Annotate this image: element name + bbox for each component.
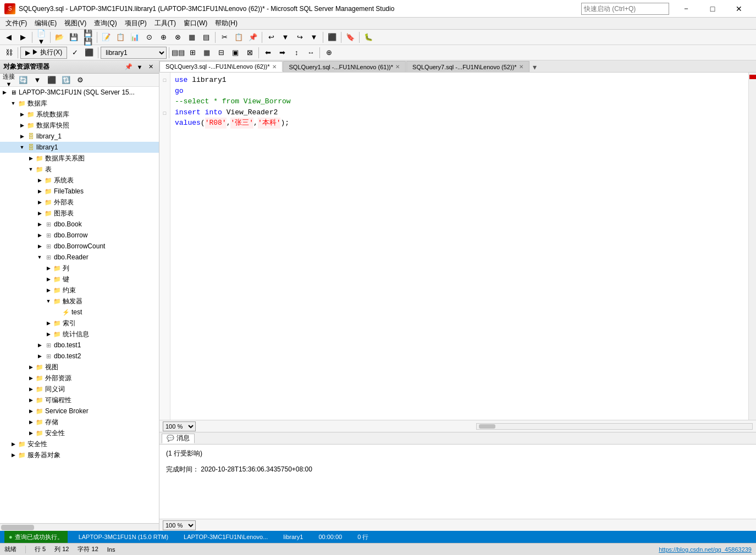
query-settings-btn6[interactable]: ⊠: [243, 47, 256, 59]
query-settings-btn4[interactable]: ⊟: [214, 47, 228, 59]
nav-back-button[interactable]: ◀: [2, 31, 15, 43]
toolbar-btn4[interactable]: ⊙: [142, 31, 156, 43]
panel-close-button[interactable]: ✕: [146, 62, 156, 72]
tree-hscrollbar[interactable]: [0, 523, 159, 531]
tab-sqlquery7[interactable]: SQLQuery7.sql -...FU1N\Lenovo (52))* ✕: [406, 61, 529, 72]
tree-item-server[interactable]: ▶ 🖥 LAPTOP-3MC1FU1N (SQL Server 15...: [0, 87, 159, 98]
nav-forward-button[interactable]: ▶: [16, 31, 30, 43]
extra-btn1[interactable]: ⊕: [322, 47, 335, 59]
tree-item-graph-tables[interactable]: ▶ 📁 图形表: [0, 208, 159, 219]
refresh-explorer-button[interactable]: 🔄: [16, 74, 30, 86]
expander-server-objects[interactable]: ▶: [9, 451, 18, 459]
maximize-button[interactable]: □: [700, 0, 725, 18]
expander-ext-tables[interactable]: ▶: [35, 198, 44, 207]
expander-constraints[interactable]: ▶: [44, 286, 53, 295]
toolbar-btn7[interactable]: ▦: [185, 31, 198, 43]
expander-snapshots[interactable]: ▶: [18, 121, 26, 130]
open-file-button[interactable]: 📂: [53, 31, 66, 43]
tree-item-db-security[interactable]: ▶ 📁 安全性: [0, 428, 159, 439]
menu-edit[interactable]: 编辑(E): [31, 18, 60, 30]
tree-item-filetables[interactable]: ▶ 📁 FileTables: [0, 186, 159, 197]
tree-item-sys-db[interactable]: ▶ 📁 系统数据库: [0, 109, 159, 120]
expander-views[interactable]: ▶: [26, 363, 35, 371]
editor-hscrollbar[interactable]: [476, 423, 753, 430]
expander-filetables[interactable]: ▶: [35, 187, 44, 196]
tree-item-ext-resources[interactable]: ▶ 📁 外部资源: [0, 373, 159, 384]
tree-item-test-trigger[interactable]: ⚡ test: [0, 307, 159, 318]
tab-sqlquery1[interactable]: SQLQuery1.sql -...FU1N\Lenovo (61))* ✕: [283, 61, 406, 72]
query-settings-btn3[interactable]: ▦: [200, 47, 213, 59]
tree-item-reader[interactable]: ▼ ⊞ dbo.Reader: [0, 252, 159, 263]
tree-item-borrow[interactable]: ▶ ⊞ dbo.Borrow: [0, 230, 159, 241]
expander-keys[interactable]: ▶: [44, 275, 53, 284]
expander-reader[interactable]: ▼: [35, 253, 44, 262]
align-left-btn[interactable]: ⬅: [261, 47, 274, 59]
expander-test1[interactable]: ▶: [35, 341, 44, 349]
connect-button[interactable]: ⛓: [2, 47, 15, 59]
tree-item-test2[interactable]: ▶ ⊞ dbo.test2: [0, 351, 159, 362]
tree-item-server-security[interactable]: ▶ 📁 安全性: [0, 439, 159, 449]
tab1-close[interactable]: ✕: [395, 64, 400, 70]
undo-button[interactable]: ↩: [264, 31, 278, 43]
new-query-dropdown[interactable]: 📄▼: [35, 31, 48, 43]
expander-borrow[interactable]: ▶: [35, 231, 44, 240]
tree-item-snapshots[interactable]: ▶ 📁 数据库快照: [0, 120, 159, 131]
csdn-link[interactable]: https://blog.csdn.net/qq_45863239: [659, 546, 752, 553]
tree-item-databases[interactable]: ▼ 📁 数据库: [0, 98, 159, 109]
tree-item-db-diagram[interactable]: ▶ 📁 数据库关系图: [0, 153, 159, 164]
collapse-btn-4[interactable]: □: [163, 110, 166, 116]
tree-item-tables[interactable]: ▼ 📁 表: [0, 164, 159, 175]
editor-zoom-select[interactable]: 100 %: [163, 421, 196, 431]
tree-item-keys[interactable]: ▶ 📁 键: [0, 274, 159, 285]
expander-library1[interactable]: ▼: [18, 143, 26, 152]
expander-synonyms[interactable]: ▶: [26, 385, 35, 393]
parse-button[interactable]: ✓: [68, 47, 81, 59]
cut-button[interactable]: ✂: [218, 31, 231, 43]
expander-library1-db[interactable]: ▶: [18, 132, 26, 141]
menu-tools[interactable]: 工具(T): [151, 18, 179, 30]
expander-prog[interactable]: ▶: [26, 396, 35, 404]
menu-window[interactable]: 窗口(W): [180, 18, 211, 30]
tree-item-test1[interactable]: ▶ ⊞ dbo.test1: [0, 340, 159, 351]
align-right-btn[interactable]: ➡: [275, 47, 289, 59]
copy-button[interactable]: 📋: [232, 31, 245, 43]
expander-triggers[interactable]: ▼: [44, 297, 53, 306]
redo-dropdown[interactable]: ▼: [307, 31, 321, 43]
tree-item-service-broker[interactable]: ▶ 📁 Service Broker: [0, 406, 159, 417]
query-settings-btn2[interactable]: ⊞: [186, 47, 199, 59]
new-tab-button[interactable]: ▾: [530, 62, 540, 72]
tab3-close[interactable]: ✕: [272, 64, 277, 70]
query-settings-btn1[interactable]: ▤▤: [172, 47, 185, 59]
menu-view[interactable]: 视图(V): [61, 18, 90, 30]
collapse-btn-1[interactable]: □: [163, 77, 166, 83]
execute-button[interactable]: ▶ ▶ 执行(X): [20, 47, 67, 59]
results-tab-messages[interactable]: 💬 消息: [162, 434, 195, 443]
minimize-button[interactable]: －: [674, 0, 699, 18]
explorer-settings-button[interactable]: ⚙: [74, 74, 87, 86]
toolbar-btn5[interactable]: ⊕: [157, 31, 170, 43]
expander-sys-db[interactable]: ▶: [18, 110, 26, 119]
tree-item-library1-db[interactable]: ▶ 🗄 library_1: [0, 131, 159, 142]
tree-item-borrowcount[interactable]: ▶ ⊞ dbo.BorrowCount: [0, 241, 159, 252]
tree-item-library1[interactable]: ▼ 🗄 library1: [0, 142, 159, 153]
toolbar-btn9[interactable]: ⬛: [325, 31, 339, 43]
database-dropdown[interactable]: library1: [101, 47, 167, 59]
tree-item-book[interactable]: ▶ ⊞ dbo.Book: [0, 219, 159, 230]
tab7-close[interactable]: ✕: [519, 64, 523, 70]
tree-item-indexes[interactable]: ▶ 📁 索引: [0, 318, 159, 329]
menu-query[interactable]: 查询(Q): [91, 18, 120, 30]
connect-explorer-button[interactable]: 连接▼: [2, 74, 15, 86]
refresh-all-button[interactable]: 🔃: [59, 74, 73, 86]
toolbar-btn6[interactable]: ⊗: [171, 31, 184, 43]
bookmark-button[interactable]: 🔖: [344, 31, 357, 43]
expander-service-broker[interactable]: ▶: [26, 407, 35, 415]
cancel-execute-button[interactable]: ⬛: [82, 47, 96, 59]
tree-item-views[interactable]: ▶ 📁 视图: [0, 362, 159, 373]
stop-explorer-button[interactable]: ⬛: [45, 74, 58, 86]
tree-item-storage[interactable]: ▶ 📁 存储: [0, 417, 159, 428]
expander-test2[interactable]: ▶: [35, 352, 44, 360]
expander-indexes[interactable]: ▶: [44, 319, 53, 328]
close-button[interactable]: ✕: [726, 0, 752, 18]
tab-sqlquery3[interactable]: SQLQuery3.sql -...FU1N\Lenovo (62))* ✕: [159, 61, 283, 72]
panel-menu-button[interactable]: ▼: [135, 62, 145, 72]
